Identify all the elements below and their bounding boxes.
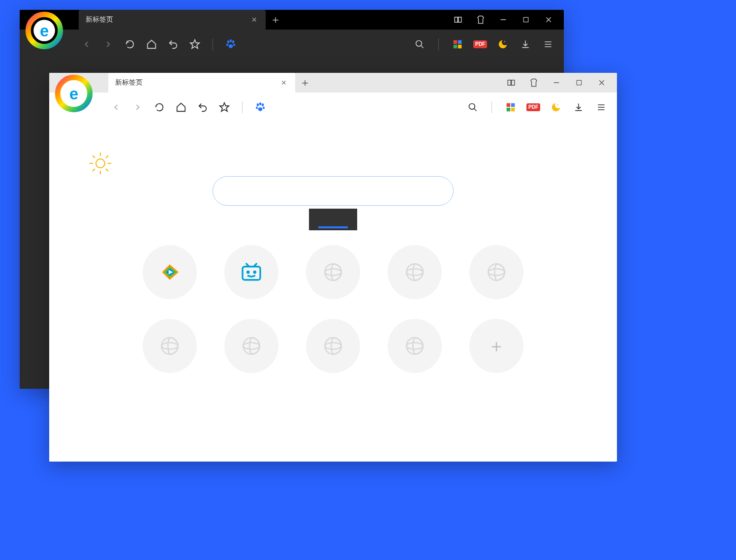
home-icon[interactable] [173, 99, 189, 115]
close-icon[interactable]: × [279, 78, 288, 87]
maximize-icon[interactable] [574, 77, 584, 88]
svg-point-78 [488, 269, 504, 275]
tab-title: 新标签页 [115, 78, 143, 87]
reload-icon[interactable] [152, 99, 167, 115]
dial-empty[interactable] [306, 319, 360, 373]
toolbar-right: PDF [465, 99, 617, 115]
svg-point-72 [254, 271, 255, 273]
apps-grid-icon[interactable] [503, 99, 519, 115]
toolbar: e [20, 30, 564, 59]
tabstrip: 新标签页 × ＋ [49, 73, 496, 93]
dial-empty[interactable] [306, 245, 360, 299]
dial-empty[interactable] [388, 245, 442, 299]
svg-rect-49 [511, 108, 515, 112]
svg-point-76 [406, 269, 423, 275]
svg-rect-46 [507, 103, 511, 107]
back-icon[interactable] [108, 99, 124, 115]
tab-title: 新标签页 [86, 15, 113, 24]
divider [491, 101, 492, 113]
star-icon[interactable] [187, 36, 203, 52]
svg-point-39 [257, 103, 259, 106]
tab-newtab[interactable]: 新标签页 × [108, 73, 295, 93]
svg-rect-3 [523, 17, 528, 22]
close-icon[interactable]: × [249, 15, 259, 24]
svg-marker-10 [190, 40, 199, 48]
dial-empty[interactable] [143, 319, 197, 373]
sidebar-toggle-icon[interactable] [453, 14, 463, 25]
search-icon[interactable] [412, 36, 428, 52]
svg-point-40 [259, 102, 261, 105]
skin-icon[interactable] [528, 77, 539, 88]
skin-icon[interactable] [475, 14, 486, 25]
reload-icon[interactable] [122, 36, 138, 52]
svg-line-62 [106, 169, 108, 171]
dial-empty[interactable] [224, 319, 278, 373]
close-window-icon[interactable] [596, 77, 607, 88]
star-icon[interactable] [216, 99, 232, 115]
baidu-paw-icon[interactable] [223, 36, 239, 52]
tab-newtab[interactable]: 新标签页 × [79, 10, 266, 30]
sidebar-toggle-icon[interactable] [506, 77, 517, 88]
toolbar: e [49, 93, 617, 122]
dial-bilibili[interactable] [224, 245, 278, 299]
svg-rect-0 [455, 17, 458, 23]
baidu-paw-icon[interactable] [252, 99, 268, 115]
search-input[interactable] [213, 176, 454, 206]
download-icon[interactable] [571, 99, 586, 115]
baidu-logo[interactable] [309, 209, 357, 230]
dial-empty[interactable] [388, 319, 442, 373]
apps-grid-icon[interactable] [450, 36, 465, 52]
maximize-icon[interactable] [521, 14, 531, 25]
svg-rect-65 [318, 226, 348, 228]
svg-point-50 [557, 104, 558, 105]
divider [242, 101, 243, 113]
svg-line-63 [92, 169, 95, 171]
svg-point-44 [469, 104, 475, 110]
minimize-icon[interactable] [551, 77, 562, 88]
svg-rect-66 [318, 221, 348, 226]
undo-icon[interactable] [195, 99, 211, 115]
moon-icon[interactable] [548, 99, 564, 115]
svg-point-82 [243, 342, 259, 349]
menu-icon[interactable] [540, 36, 556, 52]
divider [213, 38, 213, 50]
speed-dial-grid: ＋ [141, 245, 525, 373]
forward-icon[interactable] [100, 36, 116, 52]
svg-point-15 [233, 44, 235, 46]
svg-marker-38 [220, 103, 229, 111]
home-icon[interactable] [144, 36, 159, 52]
sun-icon[interactable] [89, 152, 112, 175]
dial-add[interactable]: ＋ [469, 319, 523, 373]
close-window-icon[interactable] [543, 14, 554, 25]
new-tab-button[interactable]: ＋ [266, 10, 285, 30]
svg-point-42 [256, 107, 258, 109]
download-icon[interactable] [518, 36, 533, 52]
svg-text:e: e [69, 85, 78, 103]
back-icon[interactable] [79, 36, 94, 52]
nav-buttons [108, 99, 268, 115]
browser-window-light: 新标签页 × ＋ [49, 73, 617, 462]
pdf-badge[interactable]: PDF [472, 36, 488, 52]
search-icon[interactable] [465, 99, 481, 115]
svg-rect-68 [243, 267, 260, 280]
new-tab-button[interactable]: ＋ [295, 73, 315, 93]
menu-icon[interactable] [593, 99, 609, 115]
minimize-icon[interactable] [498, 14, 509, 25]
dial-empty[interactable] [469, 245, 523, 299]
svg-line-61 [92, 156, 95, 158]
svg-point-16 [416, 41, 422, 47]
pdf-badge[interactable]: PDF [525, 99, 541, 115]
plus-icon: ＋ [488, 337, 505, 355]
browser-logo: e [25, 11, 64, 50]
window-controls [443, 14, 564, 25]
dial-tencent-video[interactable] [143, 245, 197, 299]
svg-point-41 [262, 103, 264, 106]
moon-icon[interactable] [495, 36, 511, 52]
undo-icon[interactable] [165, 36, 181, 52]
titlebar: 新标签页 × ＋ [49, 73, 617, 93]
svg-point-14 [226, 44, 228, 46]
forward-icon[interactable] [130, 99, 146, 115]
svg-point-22 [504, 41, 505, 42]
svg-point-74 [325, 269, 341, 275]
svg-rect-18 [454, 40, 458, 44]
